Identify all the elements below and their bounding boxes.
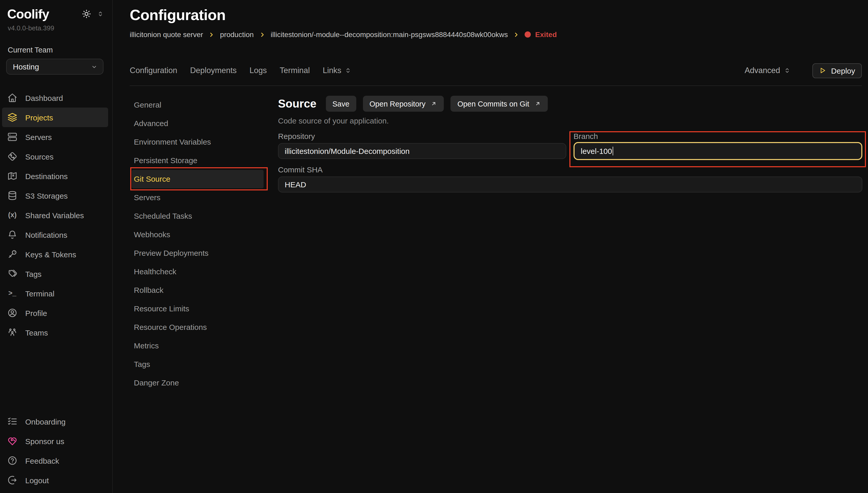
team-select[interactable]: Hosting: [6, 59, 104, 74]
subnav-metrics[interactable]: Metrics: [130, 337, 267, 355]
heart-hands-icon: [7, 436, 18, 446]
sidebar-item-label: Terminal: [25, 289, 54, 298]
sidebar-item-teams[interactable]: Teams: [0, 323, 112, 342]
subnav-resource-limits[interactable]: Resource Limits: [130, 300, 267, 318]
subnav-advanced[interactable]: Advanced: [130, 114, 267, 133]
sidebar-item-s3-storages[interactable]: S3 Storages: [0, 186, 112, 205]
logout-icon: [7, 475, 18, 485]
subnav-git-source[interactable]: Git Source: [132, 170, 263, 188]
sidebar-item-notifications[interactable]: Notifications: [0, 225, 112, 244]
unfold-icon: [97, 10, 104, 18]
chevron-right-icon: [513, 31, 520, 38]
commit-sha-input[interactable]: [278, 176, 862, 192]
sidebar-item-profile[interactable]: Profile: [0, 303, 112, 323]
subnav-persistent-storage[interactable]: Persistent Storage: [130, 151, 267, 170]
subnav-tags[interactable]: Tags: [130, 355, 267, 373]
sidebar-item-terminal[interactable]: >_ Terminal: [0, 283, 112, 303]
branch-value: level-100: [581, 147, 612, 155]
repository-input[interactable]: [278, 143, 566, 159]
tab-links[interactable]: Links: [323, 66, 352, 75]
subnav-danger-zone[interactable]: Danger Zone: [130, 373, 267, 392]
brand-row: Coolify: [0, 0, 112, 23]
sidebar-footer-nav: Onboarding Sponsor us Feedback Logout: [0, 412, 112, 490]
chevron-down-icon: [91, 63, 98, 70]
sidebar-item-sources[interactable]: Sources: [0, 147, 112, 166]
sidebar-item-sponsor[interactable]: Sponsor us: [0, 431, 112, 451]
home-icon: [7, 93, 18, 103]
sidebar-item-logout[interactable]: Logout: [0, 470, 112, 490]
theme-toggle-button[interactable]: [81, 9, 92, 19]
sidebar-item-projects[interactable]: Projects: [2, 108, 108, 127]
tab-configuration[interactable]: Configuration: [130, 66, 177, 75]
branch-input[interactable]: level-100: [573, 142, 862, 160]
sidebar-item-label: Dashboard: [25, 93, 63, 102]
subnav-environment-variables[interactable]: Environment Variables: [130, 133, 267, 151]
bell-icon: [7, 230, 18, 240]
tab-deployments[interactable]: Deployments: [190, 66, 237, 75]
sidebar-item-feedback[interactable]: Feedback: [0, 451, 112, 470]
divider: [130, 85, 862, 86]
source-heading: Source: [278, 97, 316, 110]
terminal-icon: >_: [7, 290, 18, 297]
sidebar-item-label: Profile: [25, 308, 47, 317]
tab-links-label: Links: [323, 66, 341, 75]
subnav-servers[interactable]: Servers: [130, 188, 267, 207]
sidebar-collapse-button[interactable]: [97, 10, 104, 18]
sidebar-item-dashboard[interactable]: Dashboard: [0, 88, 112, 108]
open-repository-button[interactable]: Open Repository: [363, 96, 444, 112]
sidebar: Coolify v4.0.0-beta.399 Current Team Hos…: [0, 0, 113, 493]
source-fields: Repository Branch level-100 Commit SHA: [278, 132, 862, 192]
subnav-healthcheck[interactable]: Healthcheck: [130, 262, 267, 281]
play-icon: [819, 67, 827, 74]
sidebar-item-keys-tokens[interactable]: Keys & Tokens: [0, 244, 112, 264]
breadcrumb-application[interactable]: illicitestonion/-module--decomposition:m…: [271, 30, 508, 39]
user-circle-icon: [7, 308, 18, 318]
status-badge: Exited: [525, 30, 557, 39]
subnav-rollback[interactable]: Rollback: [130, 281, 267, 300]
save-button[interactable]: Save: [326, 96, 356, 112]
branch-field-group: Branch level-100: [573, 132, 862, 160]
list-checks-icon: [7, 416, 18, 427]
breadcrumb-environment[interactable]: production: [220, 30, 254, 39]
open-commits-button[interactable]: Open Commits on Git: [451, 96, 548, 112]
deploy-button[interactable]: Deploy: [813, 63, 862, 78]
text-cursor: [613, 147, 613, 155]
subnav-resource-operations[interactable]: Resource Operations: [130, 318, 267, 337]
coolify-app: Coolify v4.0.0-beta.399 Current Team Hos…: [0, 0, 868, 493]
subnav-webhooks[interactable]: Webhooks: [130, 226, 267, 244]
subnav-scheduled-tasks[interactable]: Scheduled Tasks: [130, 207, 267, 226]
config-subnav: General Advanced Environment Variables P…: [130, 96, 267, 392]
sidebar-item-shared-variables[interactable]: (x) Shared Variables: [0, 205, 112, 225]
main-content: Configuration illicitonion quote server …: [113, 0, 868, 493]
sidebar-nav: Dashboard Projects Servers Sources Desti…: [0, 88, 112, 342]
sidebar-item-tags[interactable]: Tags: [0, 264, 112, 283]
deploy-label: Deploy: [831, 66, 855, 75]
sidebar-item-servers[interactable]: Servers: [0, 127, 112, 147]
sun-icon: [81, 9, 92, 19]
status-label: Exited: [535, 30, 557, 39]
commit-sha-field-group: Commit SHA: [278, 165, 862, 192]
external-link-icon: [534, 100, 541, 107]
branch-label: Branch: [573, 132, 862, 141]
subnav-preview-deployments[interactable]: Preview Deployments: [130, 244, 267, 262]
sidebar-item-label: Destinations: [25, 172, 68, 180]
commit-sha-label: Commit SHA: [278, 165, 862, 174]
breadcrumb-project[interactable]: illicitonion quote server: [130, 30, 203, 39]
tab-terminal[interactable]: Terminal: [280, 66, 310, 75]
help-circle-icon: [7, 455, 18, 466]
sidebar-item-label: Sponsor us: [25, 437, 64, 445]
layers-icon: [7, 112, 18, 123]
subnav-general[interactable]: General: [130, 96, 267, 114]
tab-logs[interactable]: Logs: [250, 66, 267, 75]
advanced-menu[interactable]: Advanced: [745, 66, 791, 75]
source-description: Code source of your application.: [278, 116, 862, 125]
sidebar-item-onboarding[interactable]: Onboarding: [0, 412, 112, 431]
page-title: Configuration: [130, 7, 226, 24]
brand-logo: Coolify: [7, 7, 49, 21]
sidebar-item-label: Keys & Tokens: [25, 250, 76, 259]
open-commits-label: Open Commits on Git: [458, 100, 529, 108]
current-team-label: Current Team: [0, 46, 112, 54]
variables-icon: (x): [7, 212, 18, 219]
app-version: v4.0.0-beta.399: [0, 24, 112, 32]
sidebar-item-destinations[interactable]: Destinations: [0, 166, 112, 186]
